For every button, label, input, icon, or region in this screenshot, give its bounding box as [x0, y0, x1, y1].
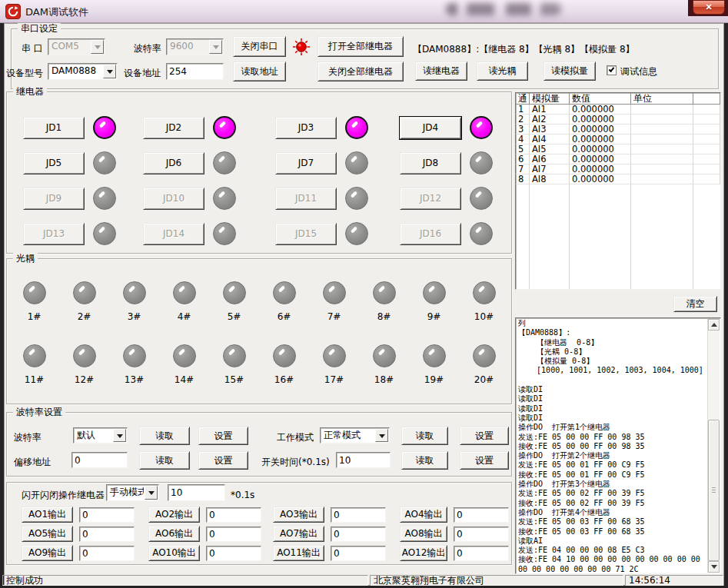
- baud-read-button[interactable]: 读取: [139, 427, 190, 445]
- relay-button[interactable]: JD5: [23, 152, 85, 174]
- ao-output-input[interactable]: [79, 546, 135, 561]
- opto-label: 8#: [377, 312, 391, 322]
- relay-led-indicator: [470, 187, 493, 210]
- work-mode-combobox[interactable]: 正常模式: [320, 427, 390, 443]
- relay-cell: JD11: [275, 181, 400, 216]
- offset-read-button[interactable]: 读取: [139, 451, 190, 470]
- relay-button[interactable]: JD1: [23, 117, 85, 139]
- work-mode-set-button[interactable]: 设置: [460, 427, 509, 445]
- ao-output-button[interactable]: AO11输出: [273, 545, 324, 561]
- ao-output-cell: AO2输出: [148, 505, 273, 524]
- ao-output-input[interactable]: [454, 546, 509, 561]
- switch-time-set-button[interactable]: 设置: [460, 451, 509, 470]
- read-analog-button[interactable]: 读模拟量: [544, 61, 596, 81]
- opto-label: 4#: [178, 312, 191, 322]
- relay-button[interactable]: JD3: [275, 117, 337, 139]
- switch-time-read-button[interactable]: 读取: [401, 451, 448, 470]
- ao-output-button[interactable]: AO8输出: [400, 526, 447, 542]
- ao-output-input[interactable]: [454, 507, 509, 523]
- flash-time-input[interactable]: [168, 484, 225, 501]
- relay-cell: JD6: [143, 145, 275, 181]
- flash-mode-combobox[interactable]: 手动模式: [106, 484, 159, 501]
- cell-blank: [693, 164, 720, 174]
- relay-button[interactable]: JD14: [143, 223, 204, 245]
- debug-info-checkbox[interactable]: [607, 65, 617, 75]
- ao-output-button[interactable]: AO9输出: [22, 545, 73, 561]
- read-opto-button[interactable]: 读光耦: [477, 61, 528, 81]
- ao-output-input[interactable]: [79, 527, 135, 542]
- relay-button[interactable]: JD6: [143, 152, 204, 174]
- ao-output-button[interactable]: AO3输出: [273, 507, 324, 523]
- log-panel[interactable]: 列 【DAM0888】: 【继电器 0-8】 【光耦 0-8】 【模拟量 0-8…: [515, 317, 721, 574]
- opto-led-indicator: [423, 344, 446, 367]
- work-mode-dropdown-button[interactable]: [375, 429, 388, 442]
- offset-address-input[interactable]: [71, 452, 128, 468]
- relay-button[interactable]: JD9: [23, 188, 85, 210]
- ao-output-button[interactable]: AO12输出: [400, 545, 447, 561]
- flash-operate-label: 闪开闪闭操作继电器: [22, 490, 105, 500]
- ao-output-input[interactable]: [206, 527, 261, 542]
- baud-set-button[interactable]: 设置: [198, 427, 248, 445]
- ao-output-button[interactable]: AO5输出: [22, 526, 73, 542]
- ao-output-input[interactable]: [331, 527, 386, 542]
- relay-button[interactable]: JD12: [400, 188, 461, 210]
- read-relays-button[interactable]: 读继电器: [415, 61, 467, 81]
- ao-output-button[interactable]: AO7输出: [273, 526, 324, 542]
- ao-output-button[interactable]: AO4输出: [400, 507, 447, 523]
- scroll-down-button[interactable]: [708, 561, 720, 573]
- open-all-relays-button[interactable]: 打开全部继电器: [317, 36, 404, 57]
- baud-dropdown-button[interactable]: [209, 40, 222, 54]
- relay-button[interactable]: JD4: [400, 117, 461, 139]
- relay-button[interactable]: JD10: [143, 188, 204, 210]
- close-button[interactable]: ✕: [693, 0, 725, 15]
- ao-output-input[interactable]: [79, 507, 135, 523]
- relay-button[interactable]: JD16: [400, 223, 461, 245]
- relay-button[interactable]: JD15: [275, 223, 337, 245]
- ao-output-input[interactable]: [206, 507, 261, 523]
- header-blank: [693, 93, 720, 104]
- device-model-value: DAM0888: [48, 64, 102, 79]
- ao-output-button[interactable]: AO6输出: [148, 526, 200, 542]
- header-value: 数值: [570, 93, 631, 104]
- device-model-combobox[interactable]: DAM0888: [48, 63, 118, 80]
- relay-button[interactable]: JD13: [23, 223, 85, 245]
- ao-output-input[interactable]: [206, 546, 261, 561]
- scrollbar-track[interactable]: [708, 331, 720, 561]
- close-all-relays-button[interactable]: 关闭全部继电器: [317, 61, 404, 81]
- ao-output-button[interactable]: AO10输出: [148, 545, 200, 561]
- ao-output-cell: AO10输出: [148, 543, 273, 563]
- ao-output-button[interactable]: AO2输出: [148, 507, 200, 523]
- ao-output-input[interactable]: [331, 507, 386, 523]
- relay-cell: JD15: [275, 216, 400, 251]
- flash-mode-dropdown-button[interactable]: [145, 486, 158, 500]
- relay-button[interactable]: JD11: [275, 188, 337, 210]
- ao-output-input[interactable]: [331, 546, 386, 561]
- relay-button[interactable]: JD8: [400, 152, 461, 174]
- serial-port-dropdown-button[interactable]: [91, 40, 104, 54]
- switch-time-input[interactable]: [336, 452, 391, 468]
- ao-output-button[interactable]: AO1输出: [22, 507, 73, 523]
- baud-setting-combobox[interactable]: 默认: [73, 427, 128, 443]
- device-address-input[interactable]: [166, 63, 224, 80]
- scroll-up-button[interactable]: [708, 319, 720, 331]
- device-model-dropdown-button[interactable]: [103, 65, 116, 78]
- offset-set-button[interactable]: 设置: [198, 451, 248, 470]
- serial-port-value: COM5: [48, 39, 90, 55]
- opto-cell: 2#: [59, 281, 109, 324]
- serial-port-combobox[interactable]: COM5: [48, 38, 105, 55]
- scrollbar-thumb[interactable]: [708, 420, 720, 561]
- ao-output-input[interactable]: [454, 527, 509, 542]
- opto-label: 6#: [278, 312, 291, 322]
- work-mode-read-button[interactable]: 读取: [401, 427, 448, 445]
- log-scrollbar[interactable]: [707, 319, 720, 573]
- check-icon: [609, 66, 615, 72]
- clear-log-button[interactable]: 清空: [673, 296, 717, 312]
- relay-button[interactable]: JD2: [143, 117, 204, 139]
- switch-time-label: 开关时间(*0.1s): [261, 457, 330, 467]
- baud-combobox[interactable]: 9600: [166, 38, 224, 55]
- relay-button[interactable]: JD7: [275, 152, 337, 174]
- baud-setting-dropdown-button[interactable]: [113, 429, 126, 442]
- read-address-button[interactable]: 读取地址: [233, 61, 286, 81]
- close-serial-button[interactable]: 关闭串口: [233, 36, 286, 57]
- device-model-label: 设备型号: [6, 68, 43, 78]
